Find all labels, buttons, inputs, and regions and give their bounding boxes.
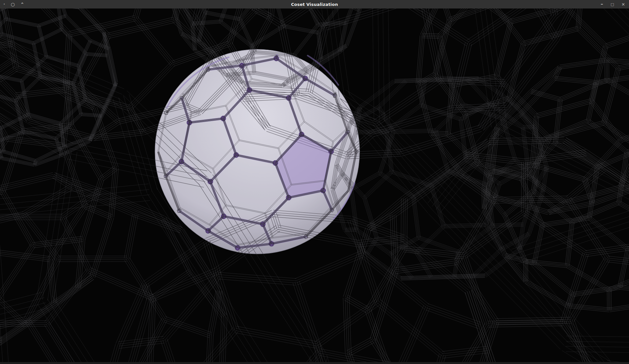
dot-indicator-icon: • <box>3 0 5 8</box>
window-border <box>0 362 629 364</box>
minimize-button[interactable]: – <box>601 1 603 7</box>
close-button[interactable]: ✕ <box>621 2 625 7</box>
titlebar[interactable]: • ○ ⌃ Coset Visualization – □ ✕ <box>0 0 629 8</box>
window-controls: – □ ✕ <box>601 0 625 8</box>
maximize-button[interactable]: □ <box>611 2 614 7</box>
window-title: Coset Visualization <box>0 2 629 7</box>
app-window: • ○ ⌃ Coset Visualization – □ ✕ <box>0 0 629 364</box>
circle-icon[interactable]: ○ <box>11 0 15 8</box>
titlebar-left-icons: • ○ ⌃ <box>3 0 24 8</box>
chevron-up-icon[interactable]: ⌃ <box>20 0 24 8</box>
viewport-3d[interactable] <box>0 8 629 362</box>
render-canvas[interactable] <box>0 8 629 362</box>
